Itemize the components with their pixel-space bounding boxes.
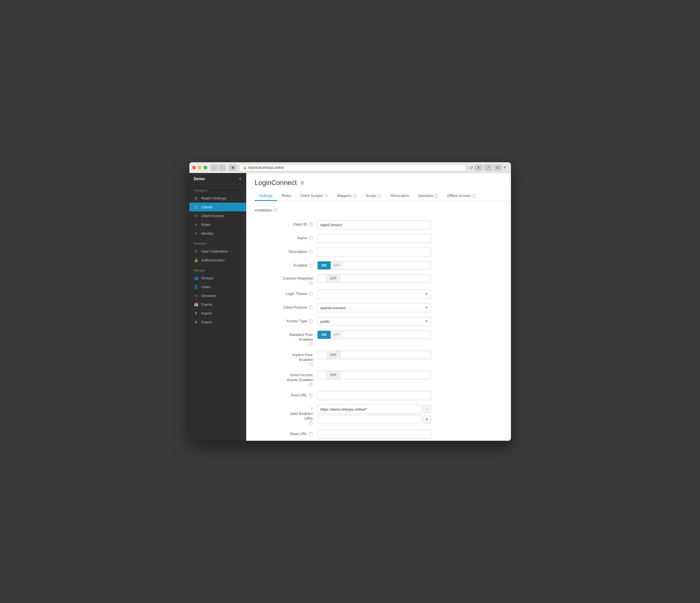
enabled-label: Enabled ?: [255, 261, 317, 267]
share-button[interactable]: ↗: [484, 164, 492, 171]
direct-access-off-button[interactable]: OFF: [326, 371, 341, 379]
lock-icon: 🔒: [243, 166, 247, 169]
sidebar-item-clients[interactable]: ◻ Clients: [190, 203, 246, 211]
implicit-flow-toggle[interactable]: OFF: [317, 351, 431, 359]
sidebar-item-users[interactable]: 👤 Users: [190, 283, 246, 291]
sidebar-item-client-scopes[interactable]: ⊙ Client Scopes: [190, 211, 246, 220]
description-help-icon[interactable]: ?: [309, 250, 313, 254]
tab-scope[interactable]: Scope ?: [361, 191, 386, 201]
tab-roles[interactable]: Roles: [277, 191, 295, 201]
valid-redirect-remove-button[interactable]: −: [423, 405, 431, 413]
tab-offline-access[interactable]: Offline Access ?: [443, 191, 480, 201]
enabled-on-button[interactable]: ON: [318, 261, 331, 269]
installation-subtab[interactable]: Installation ?: [255, 206, 502, 214]
sidebar-item-import[interactable]: ⬆ Import: [190, 309, 246, 318]
forward-button[interactable]: ›: [219, 164, 225, 171]
sidebar-item-events[interactable]: 📅 Events: [190, 300, 246, 309]
installation-help-icon[interactable]: ?: [274, 208, 277, 212]
consent-required-toggle[interactable]: OFF: [317, 274, 431, 283]
sidebar-item-realm-settings[interactable]: ⊞ Realm Settings: [190, 194, 246, 203]
new-tab-button[interactable]: +: [502, 164, 508, 171]
address-bar[interactable]: 🔒 keycloak.kheops.online: [240, 164, 466, 172]
valid-redirect-input-2[interactable]: [317, 415, 421, 424]
sidebar-item-roles[interactable]: ≡ Roles: [190, 220, 246, 229]
offline-access-help-icon[interactable]: ?: [472, 194, 476, 198]
description-input[interactable]: [317, 247, 431, 257]
implicit-flow-help-icon[interactable]: ?: [309, 362, 313, 366]
minimize-button[interactable]: [198, 166, 202, 169]
enabled-off-button[interactable]: OFF: [331, 261, 343, 269]
sidebar-item-sessions[interactable]: ◷ Sessions: [190, 291, 246, 300]
client-id-help-icon[interactable]: ?: [309, 222, 313, 227]
close-button[interactable]: [192, 166, 196, 169]
login-theme-help-icon[interactable]: ?: [309, 292, 313, 296]
sidebar-toggle-button[interactable]: ▣: [229, 164, 237, 171]
main-content: LoginConnect 🗑 Settings Roles Client Sco…: [246, 173, 511, 441]
access-type-help-icon[interactable]: ?: [309, 319, 313, 323]
sidebar-item-authentication-label: Authentication: [201, 258, 225, 262]
direct-access-toggle[interactable]: OFF: [317, 371, 431, 379]
sidebar-item-authentication[interactable]: 🔒 Authentication: [190, 256, 246, 265]
standard-flow-toggle[interactable]: ON OFF: [317, 331, 431, 339]
standard-flow-on-button[interactable]: ON: [318, 331, 331, 339]
consent-off-button[interactable]: OFF: [326, 274, 341, 283]
tabs: Settings Roles Client Scopes ? Mappers ?: [255, 191, 502, 201]
events-icon: 📅: [194, 303, 198, 307]
tab-sessions[interactable]: Sessions ?: [414, 191, 443, 201]
sidebar-item-groups[interactable]: 👥 Groups: [190, 274, 246, 283]
sessions-help-icon[interactable]: ?: [434, 194, 438, 198]
sidebar-item-users-label: Users: [201, 285, 211, 289]
valid-redirect-help-icon[interactable]: ?: [309, 421, 313, 425]
name-help-icon[interactable]: ?: [309, 236, 313, 240]
name-input[interactable]: [317, 234, 431, 243]
enabled-control: ON OFF: [317, 261, 431, 270]
root-url-help-icon[interactable]: ?: [309, 393, 313, 397]
login-theme-control: [317, 290, 431, 299]
duplicate-button[interactable]: ⧉: [494, 164, 502, 171]
login-theme-select[interactable]: [317, 290, 431, 299]
name-row: Name ?: [255, 234, 502, 243]
refresh-button[interactable]: ↺: [468, 164, 475, 171]
client-scopes-help-icon[interactable]: ?: [324, 194, 328, 198]
back-button[interactable]: ‹: [211, 164, 218, 171]
sidebar-item-realm-settings-label: Realm Settings: [201, 196, 226, 200]
direct-access-help-icon[interactable]: ?: [309, 383, 313, 387]
client-id-input[interactable]: [317, 220, 431, 229]
sidebar-item-user-federation[interactable]: ⊙ User Federation: [190, 247, 246, 256]
enabled-help-icon[interactable]: ?: [309, 263, 313, 267]
tab-revocation[interactable]: Revocation: [386, 191, 414, 201]
download-button[interactable]: ⬇: [475, 164, 482, 171]
root-url-input[interactable]: [317, 391, 431, 400]
realm-dropdown-icon[interactable]: ▼: [239, 177, 242, 180]
delete-client-button[interactable]: 🗑: [300, 180, 305, 185]
sidebar-item-identity[interactable]: ≡ Identity: [190, 229, 246, 238]
client-id-label: Client ID ?: [255, 220, 317, 227]
access-type-select[interactable]: public confidential bearer-only: [317, 317, 431, 326]
valid-redirect-input-1[interactable]: [317, 405, 421, 414]
consent-required-row: Consent Required ? OFF: [255, 274, 502, 285]
base-url-help-icon[interactable]: ?: [309, 432, 313, 436]
standard-flow-label: Standard Flow Enabled ?: [255, 331, 317, 346]
base-url-input[interactable]: [317, 430, 431, 439]
client-protocol-help-icon[interactable]: ?: [309, 306, 313, 310]
valid-redirect-row: * Valid Redirect URIs ? − +: [255, 405, 502, 425]
sidebar-item-import-label: Import: [201, 311, 212, 315]
description-row: Description ?: [255, 247, 502, 257]
mappers-help-icon[interactable]: ?: [353, 194, 357, 198]
scope-help-icon[interactable]: ?: [377, 194, 381, 198]
standard-flow-off-button[interactable]: OFF: [331, 331, 343, 339]
tab-mappers[interactable]: Mappers ?: [333, 191, 361, 201]
valid-redirect-required-star: *: [311, 407, 312, 411]
client-protocol-select[interactable]: openid-connect saml: [317, 303, 431, 312]
maximize-button[interactable]: [204, 166, 207, 169]
enabled-toggle[interactable]: ON OFF: [317, 261, 431, 270]
sidebar-item-export[interactable]: ⬇ Export: [190, 318, 246, 326]
tab-client-scopes[interactable]: Client Scopes ?: [296, 191, 333, 201]
consent-required-help-icon[interactable]: ?: [309, 281, 313, 285]
sidebar-item-roles-label: Roles: [201, 222, 211, 227]
standard-flow-help-icon[interactable]: ?: [309, 342, 313, 346]
valid-redirect-add-button[interactable]: +: [423, 416, 431, 423]
access-type-control: public confidential bearer-only: [317, 317, 431, 326]
tab-settings[interactable]: Settings: [255, 191, 277, 201]
implicit-flow-off-button[interactable]: OFF: [326, 351, 341, 359]
